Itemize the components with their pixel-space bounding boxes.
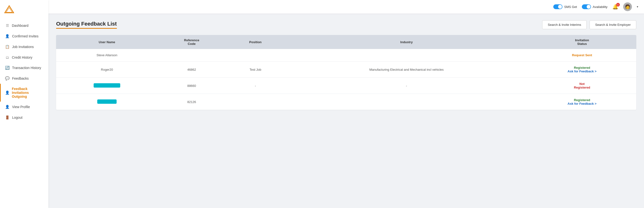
- confirmed-invites-icon: 👤: [5, 34, 10, 38]
- feedback-outgoing-icon: 👤: [5, 91, 10, 95]
- sidebar-nav: ☰ Dashboard 👤 Confirmed Invites 📋 Job In…: [0, 20, 48, 123]
- cell-position: Test Job: [226, 62, 285, 78]
- search-invite-employer-button[interactable]: Search & Invite Employer: [590, 20, 636, 29]
- svg-marker-1: [6, 7, 12, 12]
- sidebar: ☰ Dashboard 👤 Confirmed Invites 📋 Job In…: [0, 0, 48, 208]
- sidebar-item-transaction-history[interactable]: 🔄 Transaction History: [0, 63, 48, 73]
- cell-industry: [285, 94, 528, 110]
- sidebar-item-label: Dashboard: [12, 24, 28, 27]
- table-body: Steve Allanson Request Sent Roger20 4686…: [56, 49, 636, 110]
- main-area: SMS Get Availability 🔔 6 🧑 ▾ Outgoing Fe…: [48, 0, 644, 208]
- avatar[interactable]: 🧑: [623, 2, 632, 11]
- cell-refcode: 88660: [158, 78, 226, 94]
- ask-feedback-link[interactable]: Ask for Feedback >: [568, 70, 596, 73]
- cell-position: [226, 49, 285, 62]
- table-header: User Name ReferenceCode Position Industr…: [56, 35, 636, 49]
- cell-status: NotRegistered: [528, 78, 636, 94]
- availability-toggle[interactable]: [582, 4, 591, 9]
- content-area: Outgoing Feedback List Search & Invite I…: [48, 13, 644, 208]
- sidebar-item-label: Feedback Invitations Outgoing: [12, 87, 44, 99]
- logo: [0, 2, 18, 20]
- cell-status: Registered Ask for Feedback >: [528, 62, 636, 78]
- feedbacks-icon: 💬: [5, 76, 10, 81]
- col-username: User Name: [56, 35, 158, 49]
- page-header: Outgoing Feedback List Search & Invite I…: [56, 20, 636, 29]
- cell-industry: Manufacturing Electrical and Mechanical …: [285, 62, 528, 78]
- col-refcode: ReferenceCode: [158, 35, 226, 49]
- sms-get-toggle-group[interactable]: SMS Get: [553, 4, 577, 9]
- logout-icon: 🚪: [5, 115, 10, 120]
- dashboard-icon: ☰: [5, 23, 10, 28]
- cell-status: Registered Ask for Feedback >: [528, 94, 636, 110]
- view-profile-icon: 👤: [5, 105, 10, 109]
- table-row: 88660 - - NotRegistered: [56, 78, 636, 94]
- col-industry: Industry: [285, 35, 528, 49]
- search-invite-interims-button[interactable]: Search & Invite Interims: [542, 20, 587, 29]
- cell-username: [56, 78, 158, 94]
- cell-username: Steve Allanson: [56, 49, 158, 62]
- cell-username: Roger20: [56, 62, 158, 78]
- status-badge: Registered: [574, 98, 590, 102]
- sidebar-item-feedback-invitations-outgoing[interactable]: 👤 Feedback Invitations Outgoing: [0, 84, 48, 102]
- status-badge: Request Sent: [572, 53, 592, 57]
- table-row: Steve Allanson Request Sent: [56, 49, 636, 62]
- cell-industry: [285, 49, 528, 62]
- cell-position: [226, 94, 285, 110]
- cell-status: Request Sent: [528, 49, 636, 62]
- sidebar-item-credit-history[interactable]: 🗂 Credit History: [0, 52, 48, 63]
- sidebar-item-label: Transaction History: [12, 66, 41, 70]
- feedback-table-container: User Name ReferenceCode Position Industr…: [56, 35, 636, 110]
- sidebar-item-confirmed-invites[interactable]: 👤 Confirmed Invites: [0, 31, 48, 41]
- logo-icon: [4, 5, 14, 15]
- redacted-name: [97, 100, 116, 104]
- availability-toggle-group[interactable]: Availability: [582, 4, 608, 9]
- col-status: InvitationStatus: [528, 35, 636, 49]
- sidebar-item-view-profile[interactable]: 👤 View Profile: [0, 102, 48, 112]
- sidebar-item-job-invitations[interactable]: 📋 Job Invitations: [0, 41, 48, 52]
- sidebar-item-feedbacks[interactable]: 💬 Feedbacks: [0, 73, 48, 84]
- table-row: Roger20 46862 Test Job Manufacturing Ele…: [56, 62, 636, 78]
- sidebar-item-label: Job Invitations: [12, 45, 34, 49]
- credit-history-icon: 🗂: [5, 55, 10, 59]
- sidebar-item-label: Feedbacks: [12, 77, 28, 80]
- table-row: 82126 Registered Ask for Feedback >: [56, 94, 636, 110]
- sidebar-item-label: Confirmed Invites: [12, 34, 38, 38]
- page-title: Outgoing Feedback List: [56, 21, 117, 29]
- cell-position: -: [226, 78, 285, 94]
- sidebar-item-label: View Profile: [12, 105, 30, 109]
- feedback-table: User Name ReferenceCode Position Industr…: [56, 35, 636, 110]
- availability-label: Availability: [593, 5, 608, 9]
- cell-refcode: 46862: [158, 62, 226, 78]
- col-position: Position: [226, 35, 285, 49]
- header-buttons: Search & Invite Interims Search & Invite…: [542, 20, 636, 29]
- top-header: SMS Get Availability 🔔 6 🧑 ▾: [48, 0, 644, 13]
- cell-refcode: 82126: [158, 94, 226, 110]
- sidebar-item-label: Credit History: [12, 56, 32, 59]
- avatar-caret[interactable]: ▾: [637, 5, 638, 8]
- svg-marker-0: [5, 6, 14, 13]
- sidebar-item-dashboard[interactable]: ☰ Dashboard: [0, 20, 48, 31]
- sidebar-item-label: Logout: [12, 115, 22, 119]
- cell-industry: -: [285, 78, 528, 94]
- sidebar-item-logout[interactable]: 🚪 Logout: [0, 112, 48, 123]
- status-badge: NotRegistered: [574, 82, 590, 89]
- sms-get-label: SMS Get: [564, 5, 577, 9]
- redacted-name: [94, 83, 120, 88]
- job-invitations-icon: 📋: [5, 45, 10, 49]
- notification-bell[interactable]: 🔔 6: [612, 4, 618, 10]
- status-badge: Registered: [574, 66, 590, 70]
- cell-username: [56, 94, 158, 110]
- notification-badge: 6: [616, 3, 620, 6]
- sms-get-toggle[interactable]: [553, 4, 562, 9]
- transaction-history-icon: 🔄: [5, 66, 10, 70]
- ask-feedback-link[interactable]: Ask for Feedback >: [568, 102, 596, 105]
- cell-refcode: [158, 49, 226, 62]
